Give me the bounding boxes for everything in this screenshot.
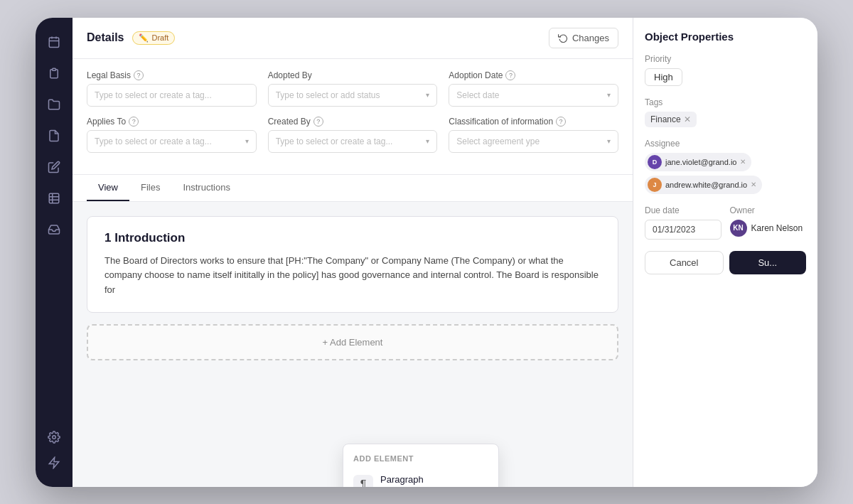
owner-row: KN Karen Nelson [730,220,807,237]
classification-help-icon: ? [556,117,566,127]
owner-label: Owner [730,205,807,215]
due-owner-section: Due date 01/31/2023 Owner KN Karen Nelso… [645,205,806,240]
classification-chevron: ▾ [607,137,611,145]
owner-avatar: KN [730,220,747,237]
svg-rect-0 [49,38,59,48]
assignee-section: Assignee D jane.violet@grand.io ✕ J andr… [645,139,806,194]
main-content: Details ✏️ Draft Changes Legal Basis ? [73,18,633,487]
legal-basis-label: Legal Basis ? [87,70,257,80]
header: Details ✏️ Draft Changes [73,18,633,59]
adopted-by-input[interactable]: Type to select or add status ▾ [268,84,438,107]
sidebar-icon-bolt[interactable] [41,450,67,476]
created-by-help-icon: ? [313,117,323,127]
add-element-box[interactable]: + Add Element [87,324,618,360]
due-owner-row: Due date 01/31/2023 Owner KN Karen Nelso… [645,205,806,240]
priority-section: Priority High [645,54,806,86]
intro-card: 1 Introduction The Board of Directors wo… [87,216,618,313]
svg-marker-10 [49,457,59,468]
sidebar-icon-table[interactable] [41,186,67,211]
applies-to-field: Applies To ? Type to select or create a … [87,117,257,153]
applies-to-label: Applies To ? [87,117,257,127]
tag-close-icon[interactable]: ✕ [684,114,691,124]
assignee-email-andrew: andrew.white@grand.io [665,181,747,189]
adoption-date-chevron: ▾ [607,91,611,99]
right-panel: Object Properties Priority High Tags Fin… [633,18,817,487]
assignee-label: Assignee [645,139,806,149]
form-row-1: Legal Basis ? Type to select or create a… [87,70,618,107]
sidebar-icon-stack[interactable] [41,217,67,242]
add-element-label: + Add Element [323,337,383,348]
panel-title: Object Properties [645,31,806,43]
intro-text: The Board of Directors works to ensure t… [104,254,601,298]
sidebar-icon-clipboard[interactable] [41,60,67,86]
due-date-label: Due date [645,205,721,215]
page-title: Details [87,31,124,44]
due-date-input[interactable]: 01/31/2023 [645,220,721,240]
intro-title: 1 Introduction [104,231,601,245]
content-area: 1 Introduction The Board of Directors wo… [73,202,633,487]
sidebar-icon-edit[interactable] [41,154,67,180]
sidebar-icon-document[interactable] [41,123,67,149]
adopted-by-label: Adopted By [268,70,438,80]
classification-label: Classification of information ? [449,117,618,127]
paragraph-icon: ¶ [353,475,373,487]
assignee-remove-jane[interactable]: ✕ [740,158,746,166]
legal-basis-help-icon: ? [134,70,144,80]
tags-section: Tags Finance ✕ [645,97,806,127]
created-by-field: Created By ? Type to select or create a … [268,117,438,153]
priority-value: High [645,68,682,86]
created-by-label: Created By ? [268,117,438,127]
tabs: View Files Instructions [73,175,633,202]
adoption-date-label: Adoption Date ? [449,70,618,80]
assignee-remove-andrew[interactable]: ✕ [751,181,756,188]
tags-label: Tags [645,97,806,107]
owner-section: Owner KN Karen Nelson [730,205,807,237]
draft-badge: ✏️ Draft [132,31,175,45]
due-date-section: Due date 01/31/2023 [645,205,721,240]
sidebar-icon-folder[interactable] [41,92,67,117]
sidebar [36,18,73,487]
assignee-chip-jane: D jane.violet@grand.io ✕ [645,153,751,171]
add-element-dropdown: Add Element ¶ Paragraph Start writing wi… [343,444,499,487]
adopted-by-field: Adopted By Type to select or add status … [268,70,438,107]
assignee-avatar-jane: D [648,155,662,169]
svg-rect-4 [53,68,56,70]
assignee-chip-andrew: J andrew.white@grand.io ✕ [645,176,762,194]
applies-to-chevron: ▾ [245,137,249,145]
submit-button[interactable]: Su... [729,251,807,274]
assignee-row: D jane.violet@grand.io ✕ J andrew.white@… [645,153,806,194]
tag-finance: Finance ✕ [645,112,697,127]
tab-view[interactable]: View [87,175,129,201]
changes-button[interactable]: Changes [549,28,618,48]
dropdown-title: Add Element [343,450,498,468]
adoption-date-input[interactable]: Select date ▾ [449,84,618,107]
form-area: Legal Basis ? Type to select or create a… [73,59,633,175]
action-buttons: Cancel Su... [645,251,806,274]
sidebar-bottom [41,424,67,476]
classification-input[interactable]: Select agreement ype ▾ [449,130,618,153]
applies-to-help-icon: ? [129,117,139,127]
form-row-2: Applies To ? Type to select or create a … [87,117,618,153]
assignee-avatar-andrew: J [648,178,662,192]
dropdown-item-paragraph[interactable]: ¶ Paragraph Start writing with plain tex… [343,468,498,487]
adoption-date-field: Adoption Date ? Select date ▾ [449,70,618,107]
draft-icon: ✏️ [139,33,149,43]
dropdown-item-paragraph-text: Paragraph Start writing with plain text [380,474,471,487]
classification-field: Classification of information ? Select a… [449,117,618,153]
assignee-email-jane: jane.violet@grand.io [665,158,736,166]
sidebar-icon-settings[interactable] [41,424,67,450]
owner-name: Karen Nelson [751,223,803,233]
tab-files[interactable]: Files [129,175,171,201]
created-by-input[interactable]: Type to select or create a tag... ▾ [268,130,438,153]
adopted-by-chevron: ▾ [426,91,429,99]
sidebar-icon-calendar[interactable] [41,29,67,55]
priority-label: Priority [645,54,806,64]
tab-instructions[interactable]: Instructions [171,175,241,201]
legal-basis-input[interactable]: Type to select or create a tag... [87,84,257,107]
legal-basis-field: Legal Basis ? Type to select or create a… [87,70,257,107]
created-by-chevron: ▾ [426,137,429,145]
applies-to-input[interactable]: Type to select or create a tag... ▾ [87,130,257,153]
adoption-date-help-icon: ? [505,70,515,80]
cancel-button[interactable]: Cancel [645,251,724,274]
svg-point-9 [53,435,56,439]
